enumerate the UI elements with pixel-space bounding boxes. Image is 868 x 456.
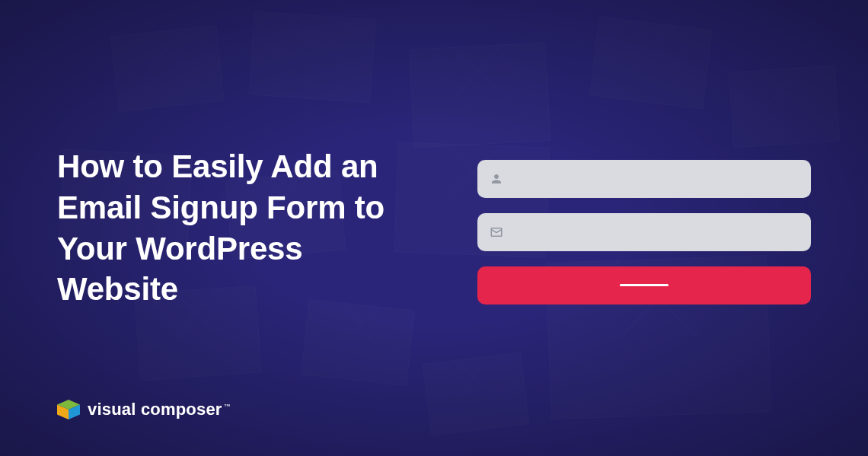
brand: visual composer™: [57, 400, 231, 419]
brand-logo: [57, 400, 80, 419]
email-field[interactable]: [477, 213, 811, 251]
trademark: ™: [224, 403, 231, 410]
name-field[interactable]: [477, 160, 811, 198]
left-column: How to Easily Add an Email Signup Form t…: [57, 146, 432, 310]
signup-form: [477, 160, 811, 305]
content: How to Easily Add an Email Signup Form t…: [0, 0, 868, 456]
user-icon: [490, 172, 503, 186]
brand-name: visual composer™: [88, 400, 231, 419]
submit-button-label: [620, 284, 669, 286]
mail-icon: [490, 225, 503, 239]
page-title: How to Easily Add an Email Signup Form t…: [57, 146, 432, 310]
submit-button[interactable]: [477, 266, 811, 305]
